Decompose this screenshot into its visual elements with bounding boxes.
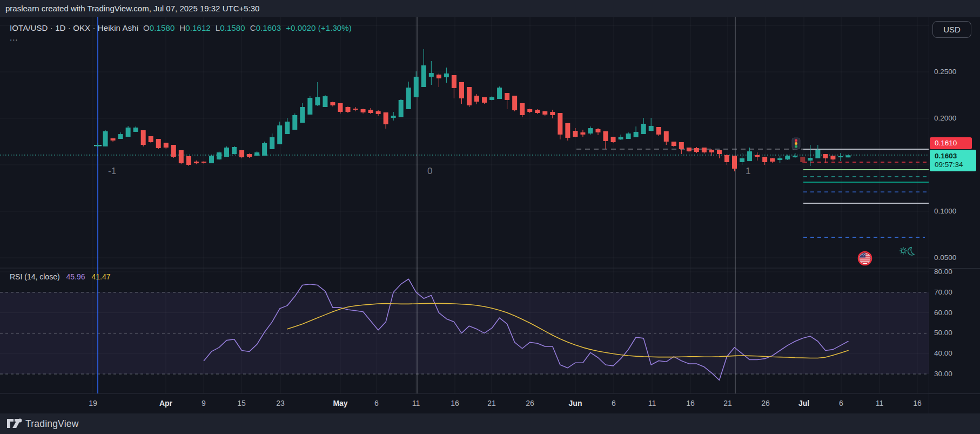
time-tick-label: Jul bbox=[792, 398, 816, 408]
rsi-ma-value: 41.47 bbox=[91, 272, 110, 281]
axis-tick-label: 0.2500 bbox=[934, 67, 956, 77]
time-axis[interactable]: 19Apr91523May611162126Jun611162126Jul611… bbox=[0, 17, 929, 413]
bar-countdown: 09:57:34 bbox=[935, 161, 976, 169]
snapshot-header: praslearn created with TradingView.com, … bbox=[0, 0, 980, 17]
time-tick-label: 23 bbox=[269, 398, 292, 408]
alert-price-badge: 0.1610 bbox=[930, 137, 972, 149]
time-tick-label: 6 bbox=[602, 398, 626, 408]
high-value: 0.1612 bbox=[185, 23, 210, 32]
axis-tick-label: 70.00 bbox=[934, 288, 952, 297]
time-tick-label: 11 bbox=[868, 398, 891, 408]
symbol-title: IOTA/USD · 1D · OKX · Heikin Ashi bbox=[10, 23, 138, 32]
time-tick-label: 16 bbox=[679, 398, 702, 408]
axis-tick-label: 0.1000 bbox=[934, 206, 956, 216]
time-tick-label: 15 bbox=[230, 398, 253, 408]
legend-more-button[interactable]: ... bbox=[10, 33, 18, 42]
time-tick-label: 19 bbox=[81, 398, 105, 408]
axis-tick-label: 30.00 bbox=[934, 369, 952, 379]
time-tick-label: 26 bbox=[518, 398, 542, 408]
time-tick-label: Apr bbox=[154, 398, 178, 408]
axis-tick-label: 60.00 bbox=[934, 308, 952, 318]
axis-tick-label: 40.00 bbox=[934, 349, 952, 358]
rsi-legend: RSI (14, close) 45.96 41.47 bbox=[10, 272, 110, 281]
pane-separator bbox=[929, 393, 980, 394]
currency-toggle-button[interactable]: USD bbox=[932, 21, 971, 38]
change-value: +0.0020 (+1.30%) bbox=[286, 23, 352, 32]
chart-plot-area[interactable]: -101 bbox=[0, 17, 929, 413]
time-tick-label: 16 bbox=[443, 398, 467, 408]
last-price: 0.1603 bbox=[935, 151, 976, 161]
tradingview-snapshot: praslearn created with TradingView.com, … bbox=[0, 0, 980, 434]
close-value: 0.1603 bbox=[256, 23, 281, 32]
rsi-value: 45.96 bbox=[66, 272, 85, 281]
time-tick-label: 21 bbox=[480, 398, 504, 408]
time-tick-label: 11 bbox=[404, 398, 428, 408]
low-value: 0.1580 bbox=[220, 23, 245, 32]
time-tick-label: 21 bbox=[716, 398, 740, 408]
last-price-badge: 0.1603 09:57:34 bbox=[930, 150, 976, 171]
time-tick-label: 6 bbox=[829, 398, 853, 408]
time-tick-label: 9 bbox=[192, 398, 216, 408]
high-label: H bbox=[179, 23, 185, 32]
axis-tick-label: 50.00 bbox=[934, 328, 952, 338]
time-tick-label: Jun bbox=[563, 398, 587, 408]
time-tick-label: May bbox=[328, 398, 352, 408]
tradingview-logo-icon[interactable] bbox=[6, 418, 25, 430]
time-tick-label: 6 bbox=[365, 398, 388, 408]
time-tick-label: 16 bbox=[905, 398, 929, 408]
tradingview-brand[interactable]: TradingView bbox=[25, 418, 79, 430]
rsi-name: RSI (14, close) bbox=[10, 272, 60, 281]
time-tick-label: 11 bbox=[640, 398, 664, 408]
close-label: C bbox=[250, 23, 256, 32]
axis-tick-label: 0.0500 bbox=[934, 253, 956, 263]
low-label: L bbox=[216, 23, 220, 32]
axis-tick-label: 0.2000 bbox=[934, 113, 956, 123]
footer-bar: TradingView bbox=[0, 413, 980, 434]
open-label: O bbox=[143, 23, 150, 32]
pane-separator bbox=[929, 268, 980, 269]
snapshot-title: praslearn created with TradingView.com, … bbox=[5, 4, 259, 13]
time-tick-label: 26 bbox=[754, 398, 777, 408]
price-axis[interactable]: USD 0.25000.20000.10000.050080.0070.0060… bbox=[929, 17, 980, 413]
open-value: 0.1580 bbox=[150, 23, 174, 32]
symbol-legend: IOTA/USD · 1D · OKX · Heikin AshiO0.1580… bbox=[10, 23, 352, 32]
